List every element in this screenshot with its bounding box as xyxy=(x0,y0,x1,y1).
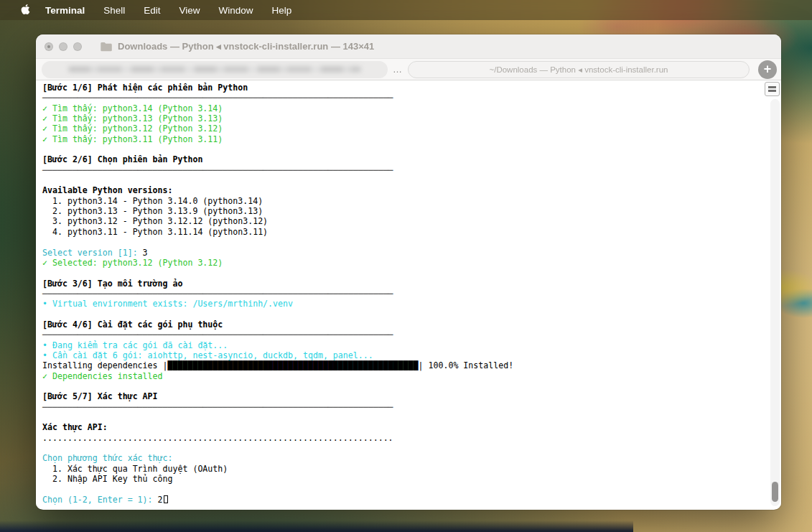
terminal-line: ✓ Tìm thấy: python3.12 (Python 3.12) xyxy=(42,123,764,134)
tab-active[interactable]: ~/Downloads — Python ◂ vnstock-cli-insta… xyxy=(408,61,750,78)
terminal-line: 1. python3.14 - Python 3.14.0 (python3.1… xyxy=(42,196,764,206)
terminal-line xyxy=(42,268,764,278)
terminal-line: [Bước 2/6] Chọn phiên bản Python xyxy=(42,154,764,164)
tab-overflow-button[interactable]: … xyxy=(389,64,406,75)
terminal-line: Xác thực API: xyxy=(42,422,764,432)
tab-bar: … ~/Downloads — Python ◂ vnstock-cli-ins… xyxy=(36,59,781,80)
terminal-line: • Cần cài đặt 6 gói: aiohttp, nest-async… xyxy=(42,350,764,360)
terminal-line xyxy=(42,381,764,391)
terminal-line: [Bước 1/6] Phát hiện các phiên bản Pytho… xyxy=(42,83,764,93)
tab-blurred-title xyxy=(68,66,361,73)
terminal-line: ────────────────────────────────────────… xyxy=(42,330,764,340)
terminal-line: ........................................… xyxy=(42,433,764,443)
terminal-line: 2. python3.13 - Python 3.13.9 (python3.1… xyxy=(42,206,764,216)
zoom-button[interactable] xyxy=(73,42,82,51)
terminal-line xyxy=(42,412,764,422)
terminal-line: 2. Nhập API Key thủ công xyxy=(42,474,764,484)
scrollbar-thumb[interactable] xyxy=(772,482,778,502)
terminal-line xyxy=(42,175,764,185)
menu-item-shell[interactable]: Shell xyxy=(94,0,134,20)
new-tab-button[interactable]: + xyxy=(758,60,777,79)
menu-item-window[interactable]: Window xyxy=(210,0,263,20)
tab-active-title: ~/Downloads — Python ◂ vnstock-cli-insta… xyxy=(490,65,668,75)
close-button[interactable] xyxy=(45,42,53,51)
terminal-line: ✓ Selected: python3.12 (Python 3.12) xyxy=(42,258,764,268)
terminal-line: ✓ Tìm thấy: python3.11 (Python 3.11) xyxy=(42,134,764,144)
minimize-button[interactable] xyxy=(59,42,67,51)
terminal-line: Available Python versions: xyxy=(42,185,764,195)
terminal-line xyxy=(42,237,764,247)
menu-bar: Terminal Shell Edit View Window Help xyxy=(0,0,812,20)
terminal-line xyxy=(42,309,764,319)
terminal-line: 4. python3.11 - Python 3.11.14 (python3.… xyxy=(42,227,764,237)
traffic-lights xyxy=(45,42,82,51)
terminal-line: ✓ Dependencies installed xyxy=(42,371,764,381)
menu-item-terminal[interactable]: Terminal xyxy=(36,0,94,20)
terminal-line xyxy=(42,484,764,494)
terminal-line: ────────────────────────────────────────… xyxy=(42,289,764,299)
terminal-line: 3. python3.12 - Python 3.12.12 (python3.… xyxy=(42,216,764,226)
title-group: Downloads — Python ◂ vnstock-cli-install… xyxy=(101,41,374,52)
terminal-cursor xyxy=(164,495,168,503)
window-title: Downloads — Python ◂ vnstock-cli-install… xyxy=(118,41,374,52)
apple-icon xyxy=(21,4,30,17)
terminal-line: ────────────────────────────────────────… xyxy=(42,93,764,103)
terminal-line: Chọn phương thức xác thực: xyxy=(42,453,764,463)
split-pane-icon xyxy=(768,86,776,88)
terminal-line: ✓ Tìm thấy: python3.13 (Python 3.13) xyxy=(42,113,764,123)
terminal-line xyxy=(42,443,764,453)
menu-item-view[interactable]: View xyxy=(170,0,210,20)
terminal-window: Downloads — Python ◂ vnstock-cli-install… xyxy=(36,34,781,510)
terminal-line: Chọn (1-2, Enter = 1): 2 xyxy=(42,495,764,505)
tab-inactive[interactable] xyxy=(42,61,388,78)
terminal-line: • Virtual environment exists: /Users/mrt… xyxy=(42,299,764,309)
terminal-output: [Bước 1/6] Phát hiện các phiên bản Pytho… xyxy=(42,83,764,505)
terminal-line: • Đang kiểm tra các gói đã cài đặt... xyxy=(42,340,764,350)
terminal-line: 1. Xác thực qua Trình duyệt (OAuth) xyxy=(42,464,764,474)
apple-menu[interactable] xyxy=(14,4,36,17)
terminal-line: Installing dependencies |███████████████… xyxy=(42,360,764,370)
terminal-line: ────────────────────────────────────────… xyxy=(42,165,764,175)
terminal-line: [Bước 4/6] Cài đặt các gói phụ thuộc xyxy=(42,319,764,330)
screen: Terminal Shell Edit View Window Help Dow… xyxy=(0,0,812,532)
menu-item-help[interactable]: Help xyxy=(263,0,302,20)
split-pane-button[interactable] xyxy=(765,82,780,96)
folder-icon xyxy=(101,42,113,52)
terminal-line: Select version [1]: 3 xyxy=(42,248,764,258)
window-titlebar[interactable]: Downloads — Python ◂ vnstock-cli-install… xyxy=(36,34,781,59)
terminal-line xyxy=(42,144,764,154)
terminal-line: [Bước 3/6] Tạo môi trường ảo xyxy=(42,279,764,289)
terminal-line: ────────────────────────────────────────… xyxy=(42,402,764,412)
terminal-line: [Bước 5/7] Xác thực API xyxy=(42,391,764,401)
scrollbar-track[interactable] xyxy=(770,99,780,506)
terminal-line: ✓ Tìm thấy: python3.14 (Python 3.14) xyxy=(42,103,764,113)
menu-item-edit[interactable]: Edit xyxy=(134,0,169,20)
terminal-content[interactable]: [Bước 1/6] Phát hiện các phiên bản Pytho… xyxy=(36,80,781,509)
